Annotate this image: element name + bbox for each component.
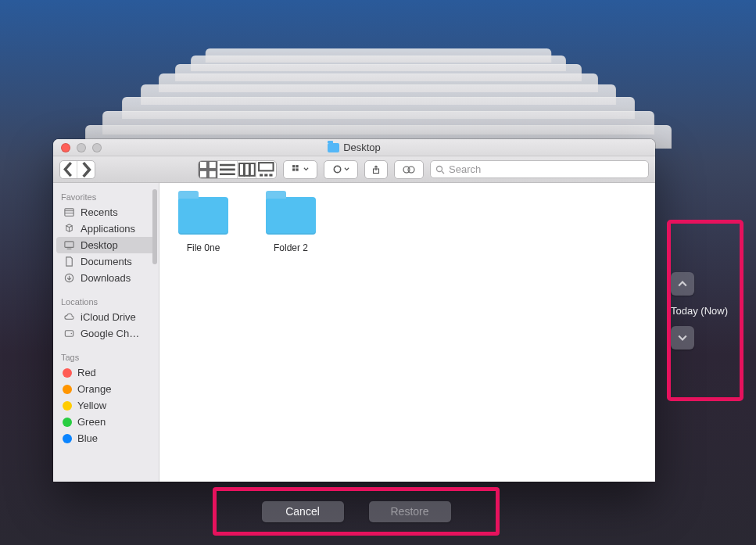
- timeline-up-button[interactable]: [671, 272, 694, 296]
- search-icon: [435, 165, 445, 174]
- svg-rect-7: [239, 163, 244, 176]
- svg-rect-1: [210, 162, 216, 168]
- svg-rect-14: [292, 165, 295, 167]
- forward-button[interactable]: [77, 161, 95, 178]
- window-title-text: Desktop: [343, 142, 381, 153]
- timeline-panel: Today (Now): [671, 224, 740, 397]
- sidebar-item-label: Applications: [81, 223, 135, 235]
- file-item[interactable]: File 0ne: [175, 197, 231, 253]
- titlebar: Desktop: [53, 139, 655, 156]
- folder-icon: [266, 197, 316, 235]
- svg-rect-11: [260, 174, 263, 177]
- sidebar-item-desktop[interactable]: Desktop: [56, 237, 156, 253]
- file-item[interactable]: Folder 2: [263, 197, 319, 253]
- folder-icon: [178, 197, 228, 235]
- tag-dot-icon: [63, 434, 72, 443]
- svg-rect-8: [245, 163, 249, 176]
- svg-rect-17: [296, 168, 298, 170]
- desktop-icon: [63, 239, 75, 251]
- svg-rect-15: [296, 165, 298, 167]
- share-button[interactable]: [364, 160, 388, 179]
- recents-icon: [63, 206, 75, 218]
- sidebar-section-label: Tags: [53, 350, 159, 364]
- svg-rect-13: [270, 174, 273, 177]
- svg-point-31: [70, 333, 72, 335]
- disk-icon: [63, 328, 75, 339]
- sidebar-item-label: Green: [77, 416, 106, 428]
- tags-button[interactable]: [394, 160, 424, 179]
- group-by-button[interactable]: [283, 160, 317, 179]
- sidebar-tag-yellow[interactable]: Yellow: [53, 397, 159, 414]
- svg-rect-2: [200, 170, 206, 177]
- sidebar-tag-green[interactable]: Green: [53, 414, 159, 430]
- sidebar-item-recents[interactable]: Recents: [53, 204, 159, 221]
- icon-view-button[interactable]: [199, 161, 218, 178]
- toolbar: [53, 156, 655, 183]
- svg-line-23: [442, 171, 444, 174]
- tag-dot-icon: [63, 401, 72, 411]
- icloud-icon: [63, 311, 75, 323]
- column-view-button[interactable]: [238, 161, 257, 178]
- sidebar-item-icloud[interactable]: iCloud Drive: [53, 309, 159, 325]
- sidebar-tag-orange[interactable]: Orange: [53, 381, 159, 397]
- window-title: Desktop: [53, 142, 655, 153]
- documents-icon: [63, 256, 75, 267]
- svg-rect-10: [259, 163, 273, 170]
- sidebar-item-label: Blue: [77, 432, 98, 444]
- svg-rect-9: [249, 163, 254, 176]
- tag-dot-icon: [63, 418, 72, 427]
- sidebar-item-documents[interactable]: Documents: [53, 253, 159, 270]
- sidebar-item-label: iCloud Drive: [81, 311, 136, 323]
- svg-point-22: [437, 166, 442, 171]
- bottom-button-row: Cancel Restore: [213, 487, 500, 536]
- sidebar: Favorites Recents Applications Desktop D…: [53, 183, 159, 482]
- sidebar-item-label: Downloads: [81, 272, 131, 284]
- finder-window: Desktop: [53, 139, 655, 482]
- tag-dot-icon: [63, 385, 72, 394]
- svg-point-18: [334, 166, 341, 173]
- sidebar-item-label: Google Ch…: [81, 328, 139, 339]
- sidebar-item-label: Recents: [81, 206, 118, 218]
- file-browser-content[interactable]: File 0ne Folder 2: [159, 183, 655, 482]
- svg-rect-24: [64, 209, 73, 216]
- sidebar-item-applications[interactable]: Applications: [53, 221, 159, 237]
- applications-icon: [63, 223, 75, 235]
- sidebar-tag-red[interactable]: Red: [53, 364, 159, 381]
- file-label: Folder 2: [274, 242, 308, 253]
- action-menu-button[interactable]: [324, 160, 358, 179]
- sidebar-item-google-chrome[interactable]: Google Ch…: [53, 325, 159, 342]
- search-input[interactable]: [449, 163, 643, 175]
- sidebar-scrollbar[interactable]: [152, 189, 157, 264]
- sidebar-section-label: Locations: [53, 294, 159, 309]
- sidebar-item-label: Red: [77, 367, 96, 378]
- svg-rect-12: [265, 174, 268, 177]
- svg-rect-16: [292, 168, 295, 170]
- svg-rect-30: [65, 331, 73, 337]
- sidebar-section-label: Favorites: [53, 189, 159, 204]
- sidebar-item-label: Orange: [77, 383, 111, 395]
- sidebar-item-label: Desktop: [81, 239, 118, 251]
- restore-button[interactable]: Restore: [369, 501, 451, 522]
- gallery-view-button[interactable]: [256, 161, 276, 178]
- back-button[interactable]: [60, 161, 77, 178]
- downloads-icon: [63, 272, 75, 284]
- svg-rect-3: [210, 170, 216, 177]
- folder-icon: [328, 143, 339, 152]
- cancel-button[interactable]: Cancel: [262, 501, 344, 522]
- sidebar-item-label: Yellow: [77, 400, 106, 411]
- list-view-button[interactable]: [218, 161, 238, 178]
- view-mode-buttons: [198, 160, 277, 179]
- search-field[interactable]: [430, 160, 649, 178]
- sidebar-item-downloads[interactable]: Downloads: [53, 270, 159, 286]
- tag-dot-icon: [63, 368, 72, 378]
- timeline-label: Today (Now): [671, 305, 728, 317]
- nav-buttons: [59, 160, 95, 179]
- svg-point-21: [408, 167, 414, 173]
- timeline-down-button[interactable]: [671, 326, 694, 350]
- svg-rect-0: [200, 162, 206, 168]
- sidebar-item-label: Documents: [81, 256, 132, 267]
- sidebar-tag-blue[interactable]: Blue: [53, 430, 159, 446]
- file-label: File 0ne: [187, 242, 220, 253]
- svg-rect-27: [64, 242, 73, 248]
